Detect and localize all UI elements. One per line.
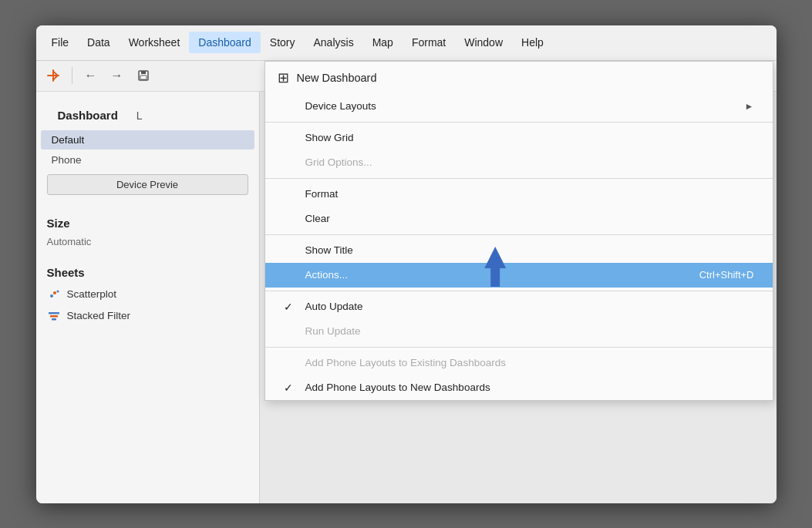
- separator-5: [265, 347, 773, 348]
- run-update-item[interactable]: Run Update: [265, 319, 773, 344]
- auto-update-label: Auto Update: [305, 301, 363, 312]
- dashboard-dropdown-menu: ⊞ New Dashboard Device Layouts ► Show Gr…: [264, 61, 773, 401]
- sidebar: Dashboard L Default Phone Device Previe …: [36, 92, 260, 503]
- auto-update-check-icon: ✓: [284, 301, 293, 313]
- svg-rect-6: [140, 76, 147, 79]
- run-update-label: Run Update: [305, 325, 361, 337]
- auto-update-item[interactable]: ✓ Auto Update: [265, 294, 773, 319]
- layouts-label: L: [136, 109, 143, 122]
- svg-rect-5: [141, 71, 146, 74]
- dashboard-section-title: Dashboard: [47, 104, 129, 126]
- format-item[interactable]: Format: [265, 182, 773, 207]
- grid-options-label: Grid Options...: [305, 156, 372, 168]
- forward-icon[interactable]: →: [106, 65, 128, 86]
- sheet-stacked-filter-item[interactable]: Stacked Filter: [36, 305, 259, 327]
- app-window: File Data Worksheet Dashboard Story Anal…: [36, 25, 777, 503]
- new-dashboard-item[interactable]: ⊞ New Dashboard: [265, 62, 773, 94]
- actions-label: Actions...: [305, 269, 349, 281]
- show-title-label: Show Title: [305, 244, 353, 256]
- arrow-annotation: [478, 247, 512, 289]
- show-grid-label: Show Grid: [305, 132, 354, 143]
- sheets-section-title: Sheets: [36, 261, 259, 284]
- tableau-logo-icon[interactable]: [42, 65, 64, 86]
- menu-analysis[interactable]: Analysis: [305, 32, 363, 53]
- phone-layout-item[interactable]: Phone: [41, 150, 254, 170]
- svg-rect-13: [52, 318, 56, 321]
- device-layouts-label: Device Layouts: [305, 100, 376, 112]
- toolbar-divider-1: [72, 67, 72, 84]
- clear-label: Clear: [305, 213, 330, 224]
- show-title-item[interactable]: Show Title: [265, 238, 773, 263]
- new-dashboard-icon: ⊞: [278, 69, 289, 86]
- menu-dashboard[interactable]: Dashboard: [189, 32, 261, 53]
- stacked-filter-label: Stacked Filter: [67, 310, 131, 321]
- svg-rect-12: [50, 315, 58, 318]
- svg-rect-11: [49, 312, 59, 314]
- svg-rect-7: [48, 288, 60, 301]
- add-phone-existing-item[interactable]: Add Phone Layouts to Existing Dashboards: [265, 351, 773, 375]
- grid-options-item[interactable]: Grid Options...: [265, 150, 773, 175]
- menu-format[interactable]: Format: [403, 32, 455, 53]
- add-phone-new-item[interactable]: ✓ Add Phone Layouts to New Dashboards: [265, 375, 773, 400]
- actions-shortcut: Ctrl+Shift+D: [699, 269, 754, 281]
- scatterplot-label: Scatterplot: [67, 288, 117, 300]
- svg-point-8: [50, 294, 53, 298]
- menubar: File Data Worksheet Dashboard Story Anal…: [36, 25, 777, 61]
- sheet-scatterplot-item[interactable]: Scatterplot: [36, 284, 259, 305]
- default-layout-item[interactable]: Default: [41, 130, 254, 150]
- show-grid-item[interactable]: Show Grid: [265, 126, 773, 150]
- menu-help[interactable]: Help: [512, 32, 553, 53]
- new-dashboard-label: New Dashboard: [297, 72, 377, 84]
- menu-worksheet[interactable]: Worksheet: [120, 32, 190, 53]
- menu-story[interactable]: Story: [261, 32, 305, 53]
- separator-4: [265, 291, 773, 291]
- menu-data[interactable]: Data: [78, 32, 120, 53]
- submenu-arrow-icon: ►: [745, 101, 754, 112]
- device-layouts-item[interactable]: Device Layouts ►: [265, 94, 773, 119]
- save-icon[interactable]: [133, 65, 154, 86]
- size-section-title: Size: [36, 212, 259, 234]
- add-phone-new-check-icon: ✓: [284, 382, 293, 394]
- automatic-label: Automatic: [36, 234, 259, 249]
- separator-2: [265, 178, 773, 179]
- format-label: Format: [305, 188, 339, 200]
- menu-map[interactable]: Map: [363, 32, 403, 53]
- device-preview-button[interactable]: Device Previe: [47, 174, 248, 195]
- clear-item[interactable]: Clear: [265, 207, 773, 231]
- back-icon[interactable]: ←: [80, 65, 102, 86]
- add-phone-existing-label: Add Phone Layouts to Existing Dashboards: [305, 357, 506, 368]
- menu-file[interactable]: File: [42, 32, 79, 53]
- actions-item[interactable]: Actions... Ctrl+Shift+D: [265, 263, 773, 288]
- svg-point-10: [56, 290, 59, 292]
- separator-1: [265, 122, 773, 123]
- add-phone-new-label: Add Phone Layouts to New Dashboards: [305, 382, 490, 393]
- scatterplot-icon: [47, 288, 61, 301]
- menu-window[interactable]: Window: [455, 32, 512, 53]
- stacked-filter-icon: [47, 309, 61, 323]
- separator-3: [265, 234, 773, 235]
- svg-marker-14: [484, 247, 506, 287]
- svg-point-9: [53, 291, 56, 294]
